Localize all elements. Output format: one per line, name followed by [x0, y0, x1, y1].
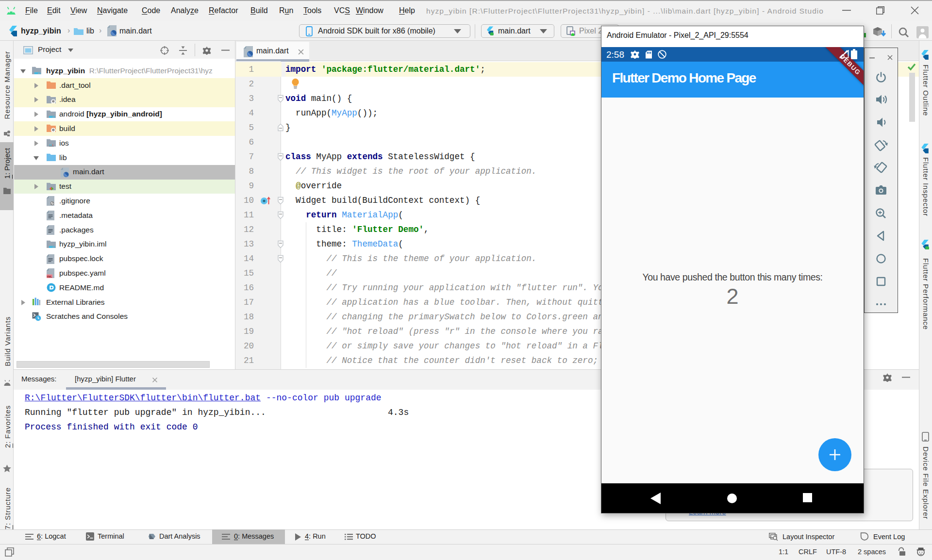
svg-text:YML: YML [47, 275, 52, 278]
